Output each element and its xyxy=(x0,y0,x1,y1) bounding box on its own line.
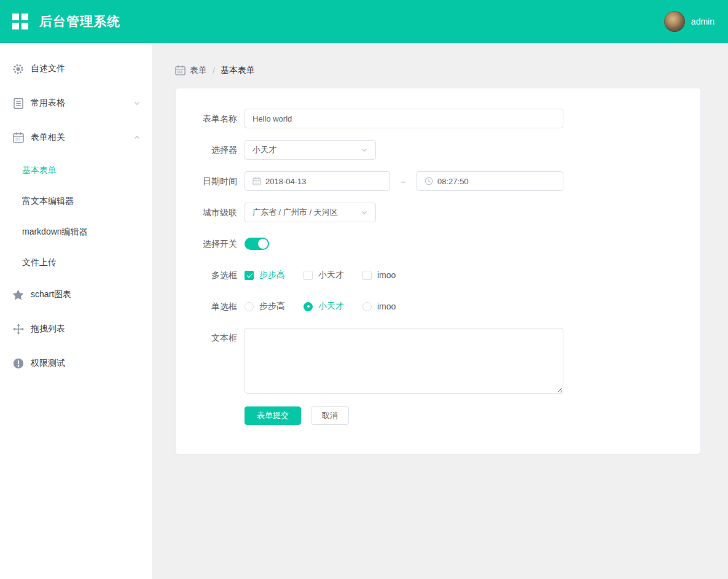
radio-unchecked-icon xyxy=(245,302,254,311)
calendar-icon xyxy=(12,132,24,144)
radio-option[interactable]: 小天才 xyxy=(303,301,344,312)
sidebar-subitem-rich-editor[interactable]: 富文本编辑器 xyxy=(0,185,152,216)
chevron-down-icon xyxy=(361,209,368,216)
sidebar-item-readme[interactable]: 自述文件 xyxy=(0,52,152,86)
sidebar-item-drag-list[interactable]: 拖拽列表 xyxy=(0,312,152,346)
warning-icon xyxy=(12,358,24,370)
form-icon xyxy=(175,65,186,76)
field-label: 选择开关 xyxy=(183,234,237,254)
user-menu[interactable]: admin xyxy=(664,11,714,32)
form-name-input[interactable] xyxy=(245,109,563,128)
calendar-icon xyxy=(252,177,261,185)
sidebar-item-forms[interactable]: 表单相关 xyxy=(0,120,152,155)
field-label: 文本框 xyxy=(183,328,237,348)
selector-dropdown[interactable]: 小天才 xyxy=(245,140,376,160)
switch-row: 选择开关 xyxy=(183,234,688,254)
chevron-up-icon xyxy=(133,134,141,141)
forms-submenu: 基本表单 富文本编辑器 markdown编辑器 文件上传 xyxy=(0,155,152,278)
form-actions: 表单提交 取消 xyxy=(245,406,688,425)
breadcrumb: 表单 / 基本表单 xyxy=(175,65,701,76)
textarea-row: 文本框 xyxy=(183,328,688,394)
breadcrumb-separator: / xyxy=(213,66,215,76)
checkbox-checked-icon xyxy=(245,271,254,280)
gear-icon xyxy=(12,63,24,75)
time-value: 08:27:50 xyxy=(437,177,469,186)
main-content: 表单 / 基本表单 表单名称 选择器 小天才 xyxy=(152,43,728,579)
field-label: 选择器 xyxy=(183,140,237,160)
cancel-button[interactable]: 取消 xyxy=(311,406,349,425)
radio-checked-icon xyxy=(303,302,313,311)
range-separator: – xyxy=(390,177,417,186)
sidebar-item-tables[interactable]: 常用表格 xyxy=(0,86,152,120)
radio-row: 单选框 步步高 小天才 imoo xyxy=(183,297,688,316)
date-value: 2018-04-13 xyxy=(265,177,307,186)
document-icon xyxy=(12,98,24,109)
checkbox-option[interactable]: 步步高 xyxy=(245,270,285,281)
checkbox-unchecked-icon xyxy=(303,271,313,280)
sidebar-subitem-file-upload[interactable]: 文件上传 xyxy=(0,247,152,278)
apps-grid-icon[interactable] xyxy=(12,14,28,29)
star-icon xyxy=(12,289,24,301)
sidebar-item-permission-test[interactable]: 权限测试 xyxy=(0,346,152,381)
form-card: 表单名称 选择器 小天才 日期时间 xyxy=(175,88,701,454)
sidebar-item-label: 常用表格 xyxy=(31,98,65,109)
switch-toggle[interactable] xyxy=(245,238,269,250)
sidebar-subitem-markdown-editor[interactable]: markdown编辑器 xyxy=(0,216,152,247)
cascader-row: 城市级联 广东省 / 广州市 / 天河区 xyxy=(183,203,688,222)
field-label: 多选框 xyxy=(183,265,237,285)
checkbox-row: 多选框 步步高 小天才 imoo xyxy=(183,265,688,285)
checkbox-unchecked-icon xyxy=(362,271,372,280)
clock-icon xyxy=(425,177,433,185)
sidebar-item-label: 表单相关 xyxy=(31,132,65,143)
app-title: 后台管理系统 xyxy=(39,13,120,30)
sidebar-item-schart[interactable]: schart图表 xyxy=(0,278,152,312)
checkbox-option[interactable]: imoo xyxy=(362,270,396,280)
chevron-down-icon xyxy=(361,146,368,153)
sidebar-item-label: 自述文件 xyxy=(31,63,65,74)
selector-value: 小天才 xyxy=(252,144,276,155)
sidebar: 自述文件 常用表格 表单相关 基本表单 富文本编辑器 markdown编辑器 xyxy=(0,43,152,579)
cascader-dropdown[interactable]: 广东省 / 广州市 / 天河区 xyxy=(245,203,376,222)
sidebar-item-label: 权限测试 xyxy=(31,358,65,369)
cascader-value: 广东省 / 广州市 / 天河区 xyxy=(252,207,338,218)
breadcrumb-root[interactable]: 表单 xyxy=(190,65,207,76)
username: admin xyxy=(691,17,714,26)
chevron-down-icon xyxy=(133,99,141,107)
form-name-row: 表单名称 xyxy=(183,109,688,128)
time-input[interactable]: 08:27:50 xyxy=(417,171,563,191)
field-label: 单选框 xyxy=(183,297,237,316)
sidebar-subitem-basic-form[interactable]: 基本表单 xyxy=(0,155,152,185)
move-icon xyxy=(12,324,24,335)
app-header: 后台管理系统 admin xyxy=(0,0,728,43)
avatar[interactable] xyxy=(664,11,685,32)
submit-button[interactable]: 表单提交 xyxy=(245,406,301,425)
breadcrumb-current: 基本表单 xyxy=(221,65,255,76)
field-label: 表单名称 xyxy=(183,109,237,128)
sidebar-item-label: schart图表 xyxy=(31,289,71,300)
sidebar-item-label: 拖拽列表 xyxy=(31,324,65,335)
radio-unchecked-icon xyxy=(362,302,372,311)
field-label: 日期时间 xyxy=(183,171,237,191)
radio-option[interactable]: imoo xyxy=(362,301,396,311)
checkbox-option[interactable]: 小天才 xyxy=(303,270,344,281)
field-label: 城市级联 xyxy=(183,203,237,222)
date-input[interactable]: 2018-04-13 xyxy=(245,171,390,191)
selector-row: 选择器 小天才 xyxy=(183,140,688,160)
radio-option[interactable]: 步步高 xyxy=(245,301,285,312)
textarea-input[interactable] xyxy=(245,328,563,394)
datetime-row: 日期时间 2018-04-13 – 08:27:50 xyxy=(183,171,688,191)
